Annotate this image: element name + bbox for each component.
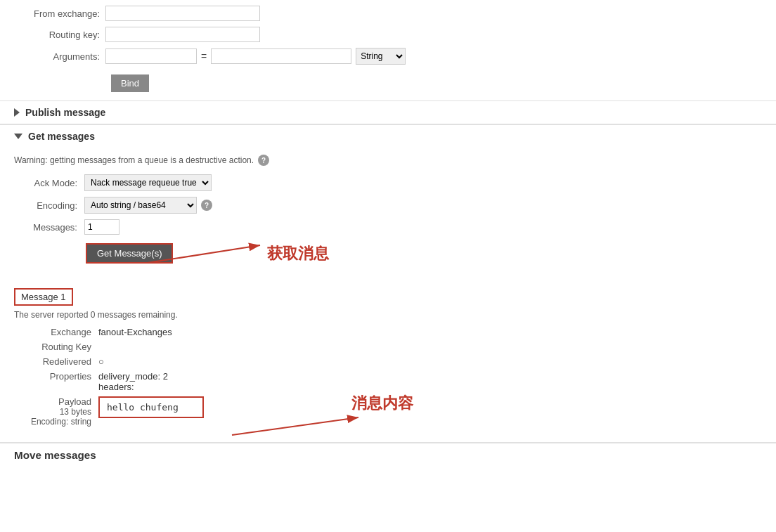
message-result: Message 1 The server reported 0 messages… <box>14 288 762 427</box>
messages-row: Messages: <box>14 219 762 235</box>
equals-sign: = <box>201 51 207 62</box>
properties-key: Properties <box>21 371 98 382</box>
ack-mode-label: Ack Mode: <box>14 178 84 188</box>
publish-message-triangle <box>14 108 20 117</box>
get-messages-header[interactable]: Get messages <box>0 124 776 148</box>
exchange-key: Exchange <box>21 327 98 337</box>
messages-label: Messages: <box>14 222 84 233</box>
page-container: From exchange: Routing key: Arguments: =… <box>0 0 776 532</box>
warning-text: Warning: getting messages from a queue i… <box>14 155 254 165</box>
from-exchange-label: From exchange: <box>14 8 105 19</box>
get-messages-button[interactable]: Get Message(s) <box>86 243 173 264</box>
warning-row: Warning: getting messages from a queue i… <box>14 155 762 166</box>
from-exchange-input[interactable] <box>105 6 260 21</box>
message-label: Message 1 <box>14 288 73 306</box>
payload-value: hello chufeng <box>98 396 204 418</box>
from-exchange-row: From exchange: <box>14 6 762 21</box>
payload-size: 13 bytes <box>60 407 91 417</box>
exchange-row: Exchange fanout-Exchanges <box>21 327 762 337</box>
payload-key-block: Payload 13 bytes Encoding: string <box>21 396 98 427</box>
payload-wrapper: Payload 13 bytes Encoding: string hello … <box>21 396 762 427</box>
encoding-help-badge[interactable]: ? <box>201 200 212 211</box>
remaining-text: The server reported 0 messages remaining… <box>14 310 762 320</box>
get-messages-triangle <box>14 134 22 139</box>
exchange-value: fanout-Exchanges <box>98 327 172 337</box>
properties-value: delivery_mode: 2 headers: <box>98 371 168 392</box>
encoding-label: Encoding: <box>14 200 84 211</box>
move-messages-title: Move messages <box>14 449 96 461</box>
publish-message-title: Publish message <box>25 107 105 118</box>
get-messages-section: Warning: getting messages from a queue i… <box>0 148 776 443</box>
properties-row: Properties delivery_mode: 2 headers: <box>21 371 762 392</box>
arguments-value-input[interactable] <box>211 48 351 64</box>
get-button-row: Get Message(s) <box>14 240 762 264</box>
payload-encoding-label: Encoding: string <box>31 417 91 427</box>
get-button-wrapper: Get Message(s) 获取消息 <box>14 240 762 283</box>
encoding-select[interactable]: Auto string / base64 base64 <box>84 197 197 214</box>
routing-key-input[interactable] <box>105 27 260 42</box>
redelivered-value: ○ <box>98 356 104 367</box>
routing-key-detail-row: Routing Key <box>21 342 762 352</box>
type-select[interactable]: String Number Boolean <box>356 48 406 65</box>
bind-section: From exchange: Routing key: Arguments: =… <box>0 0 776 100</box>
warning-help-badge[interactable]: ? <box>258 155 269 166</box>
ack-mode-row: Ack Mode: Nack message requeue true Ack … <box>14 174 762 191</box>
properties-line1: delivery_mode: 2 <box>98 371 168 382</box>
redelivered-row: Redelivered ○ <box>21 356 762 367</box>
bind-button[interactable]: Bind <box>111 74 149 92</box>
arguments-row: Arguments: = String Number Boolean <box>14 48 762 65</box>
routing-key-row: Routing key: <box>14 27 762 42</box>
messages-input[interactable] <box>84 219 119 235</box>
get-messages-title: Get messages <box>28 131 95 142</box>
payload-row: Payload 13 bytes Encoding: string hello … <box>21 396 762 427</box>
routing-key-detail-key: Routing Key <box>21 342 98 352</box>
move-messages-header[interactable]: Move messages <box>0 443 776 467</box>
routing-key-label: Routing key: <box>14 30 105 40</box>
message-details: Exchange fanout-Exchanges Routing Key Re… <box>21 327 762 427</box>
redelivered-key: Redelivered <box>21 356 98 367</box>
payload-key: Payload <box>58 396 91 407</box>
properties-line2: headers: <box>98 382 168 392</box>
arguments-key-input[interactable] <box>105 48 197 64</box>
arguments-label: Arguments: <box>14 51 105 62</box>
publish-message-header[interactable]: Publish message <box>0 100 776 124</box>
encoding-row: Encoding: Auto string / base64 base64 ? <box>14 197 762 214</box>
ack-mode-select[interactable]: Nack message requeue true Ack message re… <box>84 174 212 191</box>
